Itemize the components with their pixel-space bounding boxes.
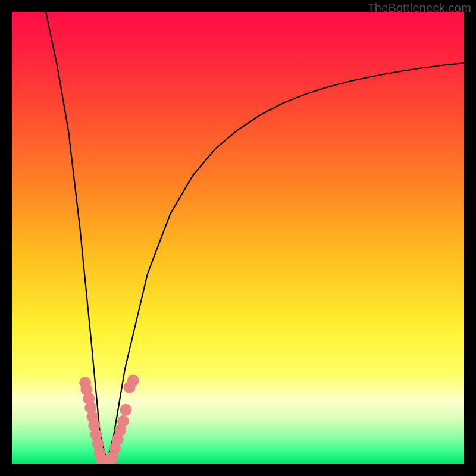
curve-marker: [117, 415, 129, 427]
chart-frame: TheBottleneck.com: [0, 0, 476, 476]
curve-marker: [127, 374, 139, 386]
watermark-text: TheBottleneck.com: [367, 1, 471, 15]
bottleneck-curve: [12, 12, 464, 464]
plot-area: [12, 12, 464, 464]
curve-marker: [120, 404, 132, 416]
